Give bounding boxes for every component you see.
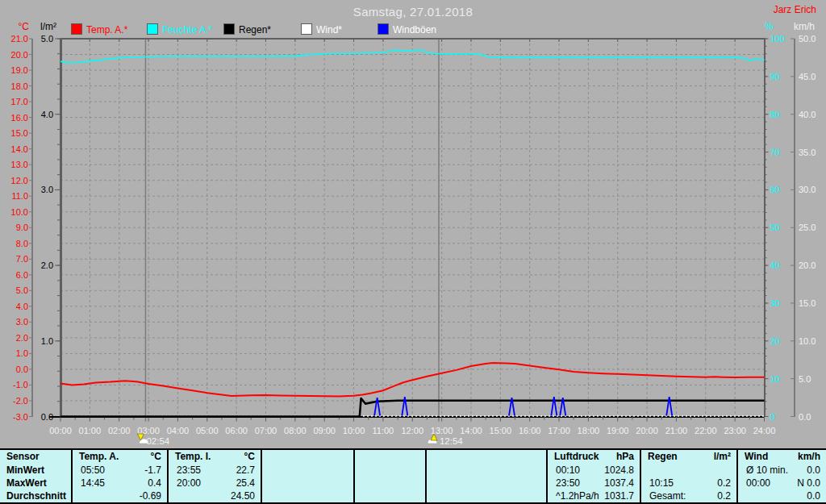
- time-axis-tick-label: 12:00: [401, 426, 423, 435]
- time-axis-tick-label: 04:00: [167, 426, 190, 435]
- min-time: 00:10: [556, 464, 580, 477]
- col-header: Temp. I.: [175, 450, 211, 464]
- avg-label: ^1.2hPa/h: [556, 489, 599, 502]
- humidity-axis-tick-label: 70: [770, 148, 780, 157]
- time-axis-tick-label: 08:00: [284, 426, 307, 435]
- temp-axis-tick-label: 5.0: [16, 285, 28, 295]
- min-time: 23:55: [177, 464, 201, 477]
- max-value: 0.4: [148, 477, 161, 489]
- col-header: Regen: [648, 450, 678, 464]
- col-unit: °C: [244, 450, 255, 464]
- wind-axis-tick-label: 5.0: [799, 374, 811, 384]
- stats-row-label: Sensor: [0, 450, 71, 464]
- max-value: N 0.0: [797, 477, 820, 489]
- wind-axis-tick-label: 15.0: [799, 298, 816, 308]
- temp-axis-tick-label: 12.0: [11, 176, 28, 185]
- humidity-axis-tick-label: 20: [770, 336, 780, 346]
- stats-col-empty-2: [353, 450, 425, 502]
- max-value: 1037.4: [604, 477, 634, 489]
- max-value: 0.2: [717, 477, 731, 489]
- time-axis-tick-label: 02:00: [108, 426, 131, 435]
- time-axis-tick-label: 01:00: [79, 426, 102, 435]
- wind-axis-tick-label: 40.0: [799, 110, 816, 119]
- time-axis-tick-label: 05:00: [196, 426, 219, 435]
- time-axis-tick-label: 16:00: [519, 426, 541, 435]
- wind-axis-tick-label: 50.0: [799, 34, 816, 44]
- wind-axis-tick-label: 35.0: [799, 148, 816, 157]
- stats-row-label: MaxWert: [0, 477, 71, 489]
- col-unit: km/h: [798, 450, 820, 464]
- stats-col-luftdruck: LuftdruckhPa 00:101024.8 23:501037.4 ^1.…: [546, 450, 640, 502]
- time-axis-tick-label: 22:00: [695, 426, 717, 435]
- moon-event-time-label: 02:54: [146, 436, 169, 446]
- max-time: 23:50: [556, 477, 580, 489]
- col-header: Wind: [745, 450, 768, 464]
- stats-table: Sensor MinWert MaxWert Durchschnitt Temp…: [0, 448, 826, 504]
- time-axis-tick-label: 23:00: [724, 426, 746, 435]
- temp-axis-tick-label: 10.0: [11, 207, 28, 217]
- time-axis-tick-label: 00:00: [49, 426, 72, 435]
- wind-axis-tick-label: 0.0: [799, 412, 811, 422]
- temp-axis-tick-label: 3.0: [16, 317, 28, 327]
- temp-axis-tick-label: 0.0: [16, 364, 28, 374]
- weather-chart: 21.020.019.018.017.016.015.014.013.012.0…: [0, 0, 826, 448]
- temp-axis-tick-label: -3.0: [13, 412, 28, 422]
- temp-axis-tick-label: 2.0: [16, 333, 28, 343]
- min-value: 22.7: [236, 464, 255, 477]
- wind-axis-tick-label: 20.0: [799, 260, 816, 270]
- stats-row-labels: Sensor MinWert MaxWert Durchschnitt: [0, 450, 71, 502]
- max-time: 00:00: [746, 477, 770, 489]
- rain-axis-tick-label: 5.0: [41, 34, 53, 44]
- min-time: 05:50: [81, 464, 105, 477]
- time-axis-tick-label: 24:00: [753, 426, 776, 435]
- temp-axis-tick-label: 21.0: [11, 34, 28, 44]
- temp-axis-tick-label: 8.0: [16, 239, 28, 248]
- rain-axis-tick-label: 2.0: [41, 260, 53, 270]
- time-axis-tick-label: 20:00: [636, 426, 658, 435]
- humidity-series-line: [60, 50, 765, 63]
- temp-axis-tick-label: -2.0: [13, 396, 28, 406]
- time-axis-tick-label: 10:00: [343, 426, 365, 435]
- temp-axis-tick-label: 7.0: [16, 254, 28, 264]
- avg-label: Gesamt:: [649, 489, 686, 502]
- temp-axis-tick-label: 11.0: [11, 191, 28, 201]
- stats-col-regen: Regenl/m² 10:150.2 Gesamt:0.2: [640, 450, 736, 502]
- col-unit: l/m²: [714, 450, 731, 464]
- col-unit: hPa: [616, 450, 634, 464]
- min-time: Ø 10 min.: [746, 464, 788, 477]
- temp-axis-tick-label: 14.0: [11, 144, 28, 154]
- wind-axis-tick-label: 25.0: [799, 223, 816, 232]
- time-axis-tick-label: 19:00: [607, 426, 629, 435]
- avg-value: 24.50: [231, 489, 255, 502]
- time-axis-tick-label: 11:00: [373, 426, 394, 435]
- avg-value: 0.0: [807, 489, 820, 502]
- temp-axis-tick-label: 19.0: [11, 65, 28, 75]
- humidity-axis-tick-label: 100: [770, 34, 785, 44]
- max-time: 14:45: [81, 477, 105, 489]
- time-axis-tick-label: 21:00: [665, 426, 688, 435]
- stats-col-temp-i: Temp. I.°C 23:5522.7 20:0025.4 24.50: [167, 450, 261, 502]
- time-axis-tick-label: 07:00: [255, 426, 277, 435]
- temp-axis-tick-label: 9.0: [16, 223, 28, 232]
- rain-axis-tick-label: 4.0: [41, 110, 53, 119]
- humidity-axis-tick-label: 40: [770, 260, 780, 270]
- weather-graph-window: Samstag, 27.01.2018 Jarz Erich °C l/m² %…: [0, 0, 826, 504]
- col-unit: °C: [151, 450, 161, 464]
- humidity-axis-tick-label: 60: [770, 185, 780, 194]
- temp-axis-tick-label: 4.0: [16, 302, 28, 311]
- humidity-axis-tick-label: 50: [770, 223, 780, 232]
- temp-axis-tick-label: 17.0: [11, 97, 28, 106]
- humidity-axis-tick-label: 0: [770, 412, 775, 422]
- humidity-axis-tick-label: 30: [770, 298, 780, 308]
- avg-value: 0.2: [717, 489, 731, 502]
- stats-col-temp-a: Temp. A.°C 05:50-1.7 14:450.4 -0.69: [71, 450, 167, 502]
- rain-axis-tick-label: 1.0: [41, 336, 53, 346]
- temp-axis-tick-label: 18.0: [11, 81, 28, 91]
- temp-axis-tick-label: 15.0: [11, 128, 28, 138]
- col-header: Luftdruck: [554, 450, 599, 464]
- time-axis-tick-label: 17:00: [548, 426, 570, 435]
- humidity-axis-tick-label: 80: [770, 110, 780, 119]
- wind-axis-tick-label: 45.0: [799, 72, 816, 81]
- time-axis-tick-label: 18:00: [578, 426, 600, 435]
- temp-axis-tick-label: -1.0: [13, 380, 28, 389]
